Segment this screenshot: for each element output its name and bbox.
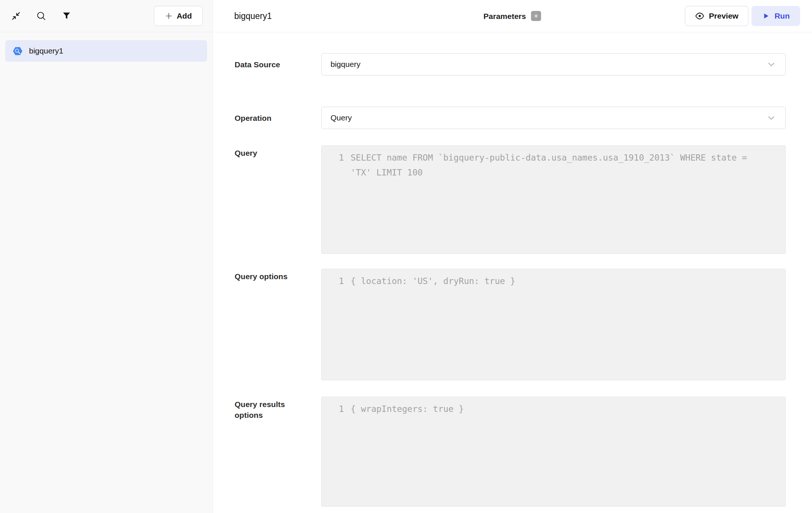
search-icon[interactable] xyxy=(35,10,48,22)
data-source-select[interactable]: bigquery xyxy=(321,53,786,75)
query-form: Data Source bigquery Operation Query xyxy=(213,32,812,513)
field-label-data-source: Data Source xyxy=(235,59,321,70)
main-panel: bigquery1 Parameters xyxy=(213,0,812,513)
form-row-operation: Operation Query xyxy=(235,107,786,129)
page-title: bigquery1 xyxy=(234,11,272,21)
sidebar-toolbar-icons xyxy=(10,10,73,22)
eye-icon xyxy=(695,11,705,21)
data-source-select-value: bigquery xyxy=(331,60,361,69)
plus-icon xyxy=(534,13,539,19)
plus-icon xyxy=(165,12,173,20)
query-options-editor[interactable]: 1 { location: 'US', dryRun: true } xyxy=(321,269,786,380)
chevron-down-icon xyxy=(766,113,776,123)
field-control-query: 1 SELECT name FROM `bigquery-public-data… xyxy=(321,145,786,254)
header-actions: Preview Run xyxy=(685,6,800,26)
app: Add bigquery1 bigquery1 Parameters xyxy=(0,0,812,513)
form-row-query-options: Query options 1 { location: 'US', dryRun… xyxy=(235,269,786,380)
line-number: 1 xyxy=(335,150,344,165)
field-label-query-results-options: Query results options xyxy=(235,397,321,420)
field-control-operation: Query xyxy=(321,107,786,129)
query-editor-placeholder: SELECT name FROM `bigquery-public-data.u… xyxy=(351,150,760,180)
sidebar-toolbar: Add xyxy=(0,0,212,32)
operation-select-value: Query xyxy=(331,113,352,122)
field-control-query-results-options: 1 { wrapIntegers: true } xyxy=(321,397,786,507)
form-row-data-source: Data Source bigquery xyxy=(235,53,786,75)
preview-button[interactable]: Preview xyxy=(685,6,748,26)
line-number: 1 xyxy=(335,401,344,416)
run-button[interactable]: Run xyxy=(751,6,800,26)
main-header: bigquery1 Parameters xyxy=(213,0,812,32)
bigquery-icon xyxy=(12,45,23,57)
form-row-query-results-options: Query results options 1 { wrapIntegers: … xyxy=(235,397,786,507)
line-number: 1 xyxy=(335,274,344,288)
query-options-placeholder: { location: 'US', dryRun: true } xyxy=(351,274,515,288)
field-control-data-source: bigquery xyxy=(321,53,786,75)
field-label-query-options: Query options xyxy=(235,269,321,282)
filter-icon[interactable] xyxy=(60,10,73,22)
sidebar: Add bigquery1 xyxy=(0,0,213,513)
add-parameter-button[interactable] xyxy=(531,11,541,21)
query-editor[interactable]: 1 SELECT name FROM `bigquery-public-data… xyxy=(321,145,786,254)
field-label-operation: Operation xyxy=(235,113,321,123)
parameters-label: Parameters xyxy=(483,12,526,20)
collapse-icon[interactable] xyxy=(10,10,22,22)
chevron-down-icon xyxy=(766,59,776,70)
run-button-label: Run xyxy=(774,12,790,20)
field-control-query-options: 1 { location: 'US', dryRun: true } xyxy=(321,269,786,380)
add-query-button[interactable]: Add xyxy=(154,6,203,26)
sidebar-item-bigquery1[interactable]: bigquery1 xyxy=(5,40,207,62)
query-results-options-placeholder: { wrapIntegers: true } xyxy=(351,401,464,416)
operation-select[interactable]: Query xyxy=(321,107,786,129)
play-icon xyxy=(762,12,770,20)
add-button-label: Add xyxy=(177,12,192,20)
field-label-query: Query xyxy=(235,145,321,158)
sidebar-item-label: bigquery1 xyxy=(29,46,63,55)
query-results-options-editor[interactable]: 1 { wrapIntegers: true } xyxy=(321,397,786,507)
query-list: bigquery1 xyxy=(0,32,212,70)
form-row-query: Query 1 SELECT name FROM `bigquery-publi… xyxy=(235,145,786,254)
preview-button-label: Preview xyxy=(709,12,738,20)
parameters-group: Parameters xyxy=(483,11,541,21)
